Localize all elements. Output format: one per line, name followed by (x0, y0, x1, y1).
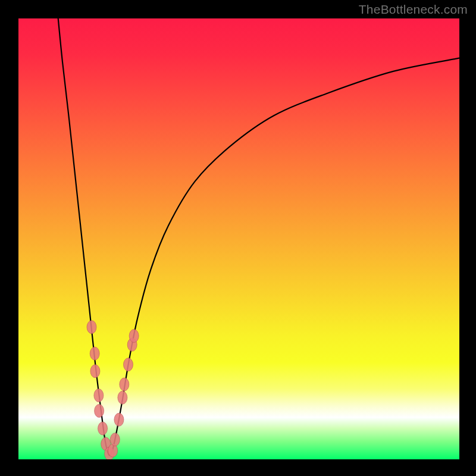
data-bead (118, 391, 127, 404)
data-bead (124, 358, 133, 371)
bottleneck-curve (58, 18, 459, 455)
plot-area (18, 18, 459, 459)
data-bead (87, 321, 96, 334)
data-bead (98, 422, 108, 435)
data-bead (120, 378, 129, 391)
data-bead (94, 389, 104, 402)
data-bead (90, 347, 99, 360)
data-bead (129, 330, 139, 343)
watermark-text: TheBottleneck.com (359, 2, 468, 17)
outer-frame: TheBottleneck.com (0, 0, 476, 476)
data-bead (90, 365, 100, 378)
data-bead (110, 433, 120, 446)
chart-svg (18, 18, 459, 459)
data-bead (114, 413, 124, 426)
data-bead (95, 404, 104, 417)
